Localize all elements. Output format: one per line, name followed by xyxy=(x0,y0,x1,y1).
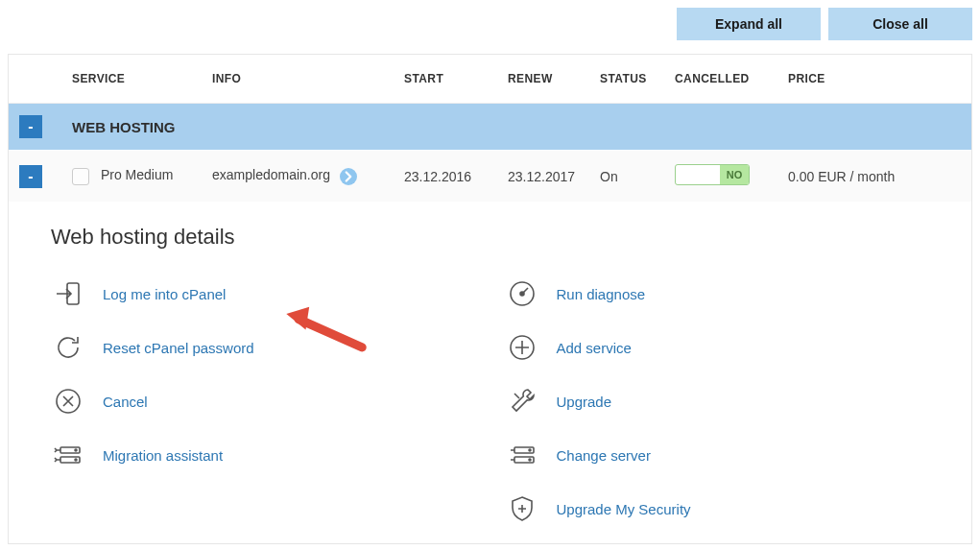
svg-point-12 xyxy=(529,459,531,461)
cancelled-toggle[interactable]: NO xyxy=(675,164,750,185)
server-icon xyxy=(505,438,539,472)
migration-action[interactable]: Migration assistant xyxy=(51,428,476,482)
renew-date: 23.12.2017 xyxy=(498,151,590,203)
collapse-category-button[interactable]: - xyxy=(19,115,42,138)
add-service-link[interactable]: Add service xyxy=(557,340,632,356)
svg-point-4 xyxy=(75,449,77,451)
start-date: 23.12.2016 xyxy=(394,151,498,203)
table-row: - Pro Medium exampledomain.org 23.12.201… xyxy=(9,151,971,203)
login-cpanel-action[interactable]: Log me into cPanel xyxy=(51,267,476,321)
select-row-checkbox[interactable] xyxy=(72,168,89,185)
diagnose-link[interactable]: Run diagnose xyxy=(557,286,646,302)
price-value: 0.00 EUR / month xyxy=(778,151,971,203)
col-cancelled: CANCELLED xyxy=(665,55,778,104)
refresh-icon xyxy=(51,330,85,365)
diagnose-action[interactable]: Run diagnose xyxy=(505,267,930,321)
tools-icon xyxy=(505,384,539,418)
shield-icon xyxy=(505,491,539,526)
col-renew: RENEW xyxy=(498,55,590,104)
expand-all-button[interactable]: Expand all xyxy=(677,8,821,40)
go-to-domain-icon[interactable] xyxy=(340,168,357,185)
reset-password-link[interactable]: Reset cPanel password xyxy=(103,340,254,356)
col-price: PRICE xyxy=(778,55,971,104)
col-service: SERVICE xyxy=(62,55,203,104)
category-row: - WEB HOSTING xyxy=(9,104,971,151)
status-value: On xyxy=(590,151,665,203)
category-label: WEB HOSTING xyxy=(62,104,971,151)
cancel-link[interactable]: Cancel xyxy=(103,394,148,410)
svg-point-5 xyxy=(75,459,77,461)
login-icon xyxy=(51,276,85,311)
close-all-button[interactable]: Close all xyxy=(828,8,972,40)
change-server-link[interactable]: Change server xyxy=(557,447,651,464)
plus-circle-icon xyxy=(505,330,539,365)
col-info: INFO xyxy=(203,55,394,104)
cancel-action[interactable]: Cancel xyxy=(51,374,476,428)
col-start: START xyxy=(394,55,498,104)
service-info: exampledomain.org xyxy=(212,167,330,182)
details-heading: Web hosting details xyxy=(51,225,929,250)
login-cpanel-link[interactable]: Log me into cPanel xyxy=(103,286,226,302)
upgrade-action[interactable]: Upgrade xyxy=(505,374,930,428)
upgrade-link[interactable]: Upgrade xyxy=(557,394,612,410)
reset-password-action[interactable]: Reset cPanel password xyxy=(51,321,476,374)
migration-icon xyxy=(51,438,85,472)
service-name: Pro Medium xyxy=(101,167,173,182)
add-service-action[interactable]: Add service xyxy=(505,321,930,374)
col-status: STATUS xyxy=(590,55,665,104)
close-circle-icon xyxy=(51,384,85,418)
svg-point-11 xyxy=(529,449,531,451)
cancelled-label: NO xyxy=(720,165,749,184)
migration-link[interactable]: Migration assistant xyxy=(103,447,223,464)
table-header-row: SERVICE INFO START RENEW STATUS CANCELLE… xyxy=(9,55,971,104)
collapse-row-button[interactable]: - xyxy=(19,165,42,188)
upgrade-security-action[interactable]: Upgrade My Security xyxy=(505,482,930,536)
gauge-icon xyxy=(505,276,539,311)
services-panel: SERVICE INFO START RENEW STATUS CANCELLE… xyxy=(8,54,972,544)
svg-point-7 xyxy=(520,292,524,296)
change-server-action[interactable]: Change server xyxy=(505,428,930,482)
upgrade-security-link[interactable]: Upgrade My Security xyxy=(557,501,691,517)
